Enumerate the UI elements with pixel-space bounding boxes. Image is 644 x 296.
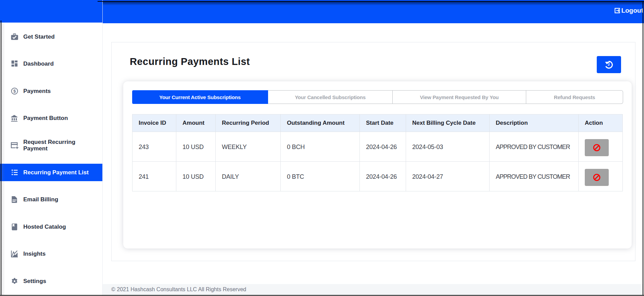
svg-text:$: $ xyxy=(13,89,16,94)
